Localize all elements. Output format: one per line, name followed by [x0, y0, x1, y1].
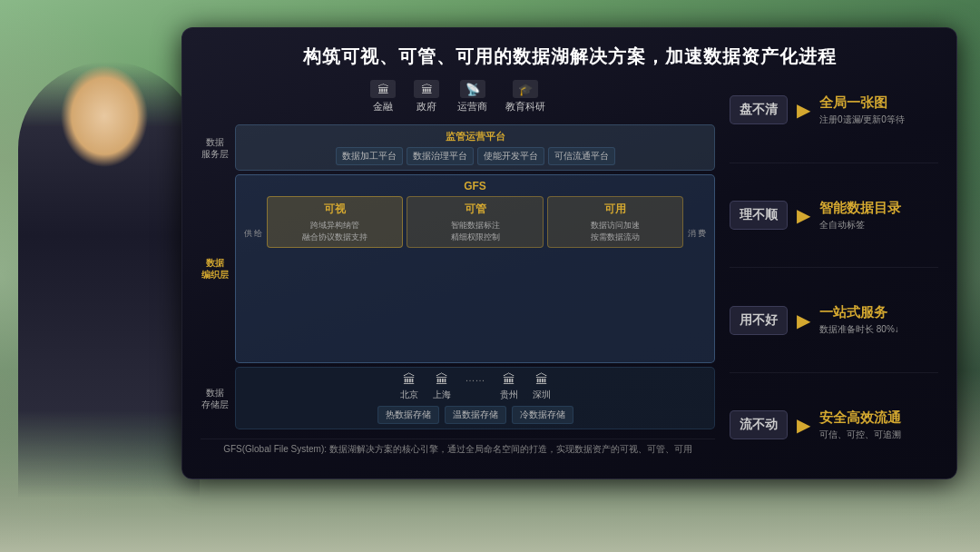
problem-badge-2: 理不顺	[730, 201, 788, 230]
finance-label: 金融	[373, 100, 393, 113]
storage-layer-label: 数据 存储层	[201, 367, 230, 429]
visible-desc: 跨域异构纳管融合协议数据支持	[271, 220, 399, 242]
shenzhen-icon: 🏛	[535, 372, 548, 387]
org-main: 供 给 可视 跨域异构纳管融合协议数据支持 可管 智能数据标注精细权限控制	[243, 196, 707, 248]
layers-container: 数据 服务层 监管运营平台 数据加工平台 数据治理平台 使能开发平台 可信流通平…	[201, 124, 715, 429]
warm-storage: 温数据存储	[445, 406, 506, 424]
org-layer-label: 数据 编织层	[201, 174, 230, 363]
org-boxes: 可视 跨域异构纳管融合协议数据支持 可管 智能数据标注精细权限控制 可用 数据访…	[267, 196, 684, 248]
tab-finance[interactable]: 🏛 金融	[370, 80, 396, 113]
manageable-title: 可管	[411, 202, 539, 217]
solution-item-4: 流不动 ▶ 安全高效流通 可信、可控、可追溯	[730, 409, 938, 441]
shanghai-label: 上海	[433, 389, 451, 401]
solution-title-4: 安全高效流通	[819, 409, 938, 427]
arrow-icon-3: ▶	[797, 310, 810, 331]
service-platforms: 数据加工平台 数据治理平台 使能开发平台 可信流通平台	[243, 147, 707, 165]
org-box-visible: 可视 跨域异构纳管融合协议数据支持	[267, 196, 404, 248]
visible-title: 可视	[271, 202, 399, 217]
arrow-icon-2: ▶	[797, 204, 810, 226]
usable-desc: 数据访问加速按需数据流动	[552, 220, 680, 242]
hot-storage: 热数据存储	[377, 406, 439, 424]
divider-2	[730, 267, 938, 268]
platform-development: 使能开发平台	[477, 147, 544, 165]
solution-item-1: 盘不清 ▶ 全局一张图 注册0遗漏/更新0等待	[730, 94, 938, 126]
government-icon: 🏛	[414, 80, 439, 98]
arrow-icon-1: ▶	[797, 99, 810, 121]
solution-desc-1: 注册0遗漏/更新0等待	[819, 113, 938, 126]
solution-content-4: 安全高效流通 可信、可控、可追溯	[819, 409, 938, 441]
presentation-board: 构筑可视、可管、可用的数据湖解决方案，加速数据资产化进程 🏛 金融 🏛 政府 📡…	[181, 27, 957, 479]
industry-tabs: 🏛 金融 🏛 政府 📡 运营商 🎓 教育科研	[201, 80, 715, 113]
education-icon: 🎓	[513, 80, 538, 98]
person-silhouette	[18, 62, 200, 498]
board-title: 构筑可视、可管、可用的数据湖解决方案，加速数据资产化进程	[201, 44, 938, 69]
platform-circulation: 可信流通平台	[548, 147, 615, 165]
solution-item-3: 用不好 ▶ 一站式服务 数据准备时长 80%↓	[730, 304, 938, 336]
operator-icon: 📡	[460, 80, 485, 98]
beijing-icon: 🏛	[403, 372, 416, 387]
service-layer-label: 数据 服务层	[201, 124, 230, 171]
diagram-section: 🏛 金融 🏛 政府 📡 运营商 🎓 教育科研	[201, 80, 715, 456]
tab-operator[interactable]: 📡 运营商	[457, 80, 487, 113]
shanghai-icon: 🏛	[436, 372, 448, 387]
presenter-figure	[18, 62, 200, 498]
tab-government[interactable]: 🏛 政府	[414, 80, 439, 113]
ellipsis-dots: ……	[466, 372, 485, 383]
solution-content-2: 智能数据目录 全自动标签	[819, 200, 938, 232]
solution-title-1: 全局一张图	[819, 94, 938, 112]
org-box-usable: 可用 数据访问加速按需数据流动	[547, 196, 684, 248]
usable-title: 可用	[552, 202, 680, 217]
gfs-note: GFS(Global File System): 数据湖解决方案的核心引擎，通过…	[201, 439, 715, 456]
solution-desc-4: 可信、可控、可追溯	[819, 429, 938, 441]
solutions-section: 盘不清 ▶ 全局一张图 注册0遗漏/更新0等待 理不顺 ▶ 智能数据目录 全自动…	[730, 80, 938, 456]
solution-item-2: 理不顺 ▶ 智能数据目录 全自动标签	[730, 200, 938, 232]
solution-content-3: 一站式服务 数据准备时长 80%↓	[819, 304, 938, 336]
board-body: 🏛 金融 🏛 政府 📡 运营商 🎓 教育科研	[201, 80, 938, 456]
shenzhen-label: 深圳	[533, 389, 551, 401]
service-platform-title: 监管运营平台	[243, 130, 707, 143]
divider-1	[730, 163, 938, 163]
solution-title-3: 一站式服务	[819, 304, 938, 321]
solution-title-2: 智能数据目录	[819, 200, 938, 217]
finance-icon: 🏛	[370, 80, 396, 98]
problem-badge-3: 用不好	[730, 306, 788, 335]
service-layer-row: 数据 服务层 监管运营平台 数据加工平台 数据治理平台 使能开发平台 可信流通平…	[201, 124, 715, 171]
problem-badge-1: 盘不清	[730, 95, 788, 124]
tab-education[interactable]: 🎓 教育科研	[505, 80, 545, 113]
location-shenzhen: 🏛 深圳	[533, 372, 551, 401]
solution-desc-2: 全自动标签	[819, 219, 938, 232]
storage-layer-content: 🏛 北京 🏛 上海 …… 🏛	[235, 367, 715, 429]
beijing-label: 北京	[400, 389, 418, 401]
storage-layer-row: 数据 存储层 🏛 北京 🏛 上海	[201, 367, 715, 429]
divider-3	[730, 372, 938, 373]
education-label: 教育科研	[505, 100, 545, 113]
storage-platforms: 热数据存储 温数据存储 冷数据存储	[243, 406, 707, 424]
org-layer-content: GFS 供 给 可视 跨域异构纳管融合协议数据支持 可管 智能数据标注	[235, 174, 715, 363]
location-beijing: 🏛 北京	[400, 372, 418, 401]
service-layer-content: 监管运营平台 数据加工平台 数据治理平台 使能开发平台 可信流通平台	[235, 124, 715, 171]
location-guizhou: 🏛 贵州	[500, 372, 518, 401]
solution-content-1: 全局一张图 注册0遗漏/更新0等待	[819, 94, 938, 126]
location-shanghai: 🏛 上海	[433, 372, 451, 401]
arrow-icon-4: ▶	[797, 414, 810, 436]
operator-label: 运营商	[457, 100, 487, 113]
storage-locations: 🏛 北京 🏛 上海 …… 🏛	[243, 372, 707, 401]
platform-governance: 数据治理平台	[407, 147, 474, 165]
platform-processing: 数据加工平台	[336, 147, 403, 165]
org-layer-row: 数据 编织层 GFS 供 给 可视 跨域异构纳管融合协议数据支持	[201, 174, 715, 363]
problem-badge-4: 流不动	[730, 410, 788, 439]
government-label: 政府	[416, 100, 436, 113]
manageable-desc: 智能数据标注精细权限控制	[411, 220, 539, 242]
guizhou-icon: 🏛	[503, 372, 515, 387]
location-ellipsis: ……	[466, 372, 485, 401]
cold-storage: 冷数据存储	[512, 406, 573, 424]
solution-desc-3: 数据准备时长 80%↓	[819, 323, 938, 336]
guizhou-label: 贵州	[500, 389, 518, 401]
gfs-label: GFS	[243, 180, 707, 192]
org-box-manageable: 可管 智能数据标注精细权限控制	[407, 196, 544, 248]
